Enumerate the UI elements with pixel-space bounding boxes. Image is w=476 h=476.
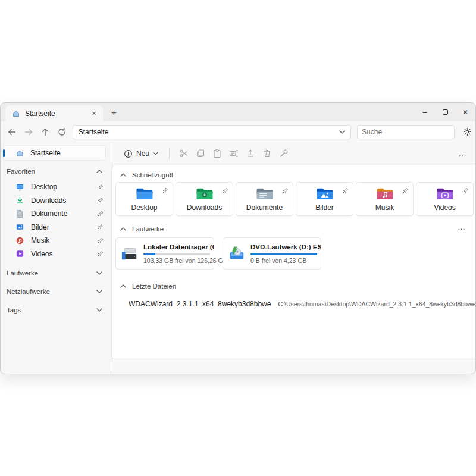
pin-icon[interactable] bbox=[97, 237, 104, 244]
main-area: Neu bbox=[111, 142, 475, 374]
back-button[interactable] bbox=[4, 124, 20, 140]
pin-icon[interactable] bbox=[162, 186, 168, 196]
chevron-down-icon[interactable] bbox=[339, 130, 345, 134]
chevron-down-icon[interactable] bbox=[96, 308, 102, 312]
tile-musik[interactable]: Musik bbox=[356, 182, 414, 216]
status-bar bbox=[111, 358, 475, 374]
download-icon bbox=[15, 196, 24, 205]
folder-videos-icon bbox=[436, 186, 454, 201]
copy-button[interactable] bbox=[192, 145, 209, 162]
tile-videos[interactable]: Videos bbox=[416, 182, 474, 216]
copy-icon bbox=[196, 149, 205, 158]
chevron-up-icon[interactable] bbox=[120, 227, 126, 231]
rename-button[interactable] bbox=[226, 145, 242, 162]
share-icon bbox=[246, 149, 255, 158]
sidebar-section-tags[interactable]: Tags bbox=[1, 303, 111, 317]
navigation-bar: Startseite bbox=[1, 121, 475, 142]
more-options-button[interactable]: … bbox=[458, 149, 467, 158]
new-tab-button[interactable]: + bbox=[108, 107, 120, 118]
item-label: Downloads bbox=[31, 196, 66, 205]
drive-name: Lokaler Datenträger (C:) bbox=[143, 243, 214, 250]
folder-documents-icon bbox=[255, 186, 274, 201]
close-button[interactable]: ✕ bbox=[455, 103, 475, 121]
dvd-drive-icon bbox=[228, 245, 246, 262]
item-label: Musik bbox=[31, 236, 49, 245]
sidebar-section-netzlaufwerke[interactable]: Netzlaufwerke bbox=[1, 285, 111, 298]
drive-usage-fill bbox=[143, 253, 155, 255]
address-bar[interactable]: Startseite bbox=[73, 125, 351, 139]
pin-icon[interactable] bbox=[97, 184, 104, 190]
chevron-down-icon[interactable] bbox=[96, 290, 102, 293]
pin-icon[interactable] bbox=[222, 186, 228, 196]
recent-file-row[interactable]: WDACWizard_2.3.1.1_x64_8wekyb3d8bbwe C:\… bbox=[112, 297, 475, 311]
chevron-down-icon[interactable] bbox=[96, 271, 102, 275]
chevron-up-icon[interactable] bbox=[120, 173, 126, 177]
search-input[interactable] bbox=[362, 128, 454, 136]
section-label: Laufwerke bbox=[132, 226, 164, 233]
sidebar-item-bilder[interactable]: Bilder bbox=[1, 221, 111, 234]
properties-button[interactable] bbox=[275, 145, 292, 162]
selection-accent-bar bbox=[3, 149, 5, 157]
settings-button[interactable] bbox=[459, 124, 475, 140]
pin-icon[interactable] bbox=[97, 224, 104, 230]
sidebar-item-home[interactable]: Startseite bbox=[3, 145, 106, 161]
document-icon bbox=[15, 209, 24, 218]
chevron-up-icon[interactable] bbox=[96, 170, 102, 173]
drives-more-button[interactable]: … bbox=[458, 223, 466, 231]
tile-dokumente[interactable]: Dokumente bbox=[236, 182, 293, 216]
tile-label: Desktop bbox=[116, 203, 173, 212]
music-icon bbox=[15, 236, 24, 245]
cut-button[interactable] bbox=[176, 145, 192, 162]
pin-icon[interactable] bbox=[462, 186, 469, 196]
up-button[interactable] bbox=[37, 124, 54, 140]
tile-label: Dokumente bbox=[236, 203, 293, 212]
search-box[interactable] bbox=[357, 125, 455, 139]
drive-d[interactable]: DVD-Laufwerk (D:) ESD-I... 0 B frei von … bbox=[223, 237, 321, 270]
trash-icon bbox=[262, 149, 272, 158]
drive-usage-bar bbox=[143, 253, 210, 255]
paste-icon bbox=[212, 149, 222, 158]
tile-desktop[interactable]: Desktop bbox=[115, 182, 173, 216]
pin-icon[interactable] bbox=[97, 250, 104, 257]
sidebar-item-musik[interactable]: Musik bbox=[1, 234, 111, 248]
sidebar-item-videos[interactable]: Videos bbox=[1, 248, 111, 261]
sidebar-item-downloads[interactable]: Downloads bbox=[1, 194, 111, 208]
pin-icon[interactable] bbox=[402, 186, 409, 196]
pin-icon[interactable] bbox=[282, 186, 289, 196]
section-schnellzugriff[interactable]: Schnellzugriff bbox=[120, 171, 173, 179]
chevron-up-icon[interactable] bbox=[120, 284, 126, 288]
section-letzte-dateien[interactable]: Letzte Dateien bbox=[120, 282, 176, 290]
tile-downloads[interactable]: Downloads bbox=[176, 182, 233, 216]
maximize-icon bbox=[443, 109, 448, 115]
new-button[interactable]: Neu bbox=[119, 145, 163, 162]
file-name: WDACWizard_2.3.1.1_x64_8wekyb3d8bbwe bbox=[129, 300, 271, 308]
window-controls: – ✕ bbox=[415, 103, 475, 121]
tab-close-icon[interactable]: × bbox=[89, 108, 99, 119]
tile-label: Downloads bbox=[176, 203, 233, 212]
tile-bilder[interactable]: Bilder bbox=[296, 182, 353, 216]
drive-c[interactable]: Lokaler Datenträger (C:) 103,33 GB frei … bbox=[115, 237, 214, 270]
sidebar-section-laufwerke[interactable]: Laufwerke bbox=[1, 267, 111, 280]
paste-button[interactable] bbox=[209, 145, 226, 162]
section-laufwerke[interactable]: Laufwerke bbox=[120, 225, 164, 233]
folder-downloads-icon bbox=[195, 186, 214, 201]
sidebar-item-dokumente[interactable]: Dokumente bbox=[1, 207, 111, 221]
forward-button[interactable] bbox=[20, 124, 37, 140]
sidebar-section-favoriten[interactable]: Favoriten bbox=[1, 165, 111, 178]
share-button[interactable] bbox=[242, 145, 259, 162]
maximize-button[interactable] bbox=[435, 103, 455, 121]
pin-icon[interactable] bbox=[97, 197, 104, 203]
item-label: Bilder bbox=[31, 223, 49, 231]
minimize-button[interactable]: – bbox=[415, 103, 435, 121]
folder-desktop-icon bbox=[135, 186, 154, 201]
tab-startseite[interactable]: Startseite × bbox=[5, 105, 103, 121]
new-button-label: Neu bbox=[136, 149, 149, 158]
delete-button[interactable] bbox=[259, 145, 275, 162]
pin-icon[interactable] bbox=[342, 186, 349, 196]
drive-free-space: 103,33 GB frei von 126,26 GB bbox=[143, 257, 214, 264]
sidebar-item-desktop[interactable]: Desktop bbox=[1, 180, 111, 194]
pin-icon[interactable] bbox=[97, 211, 104, 217]
back-arrow-icon bbox=[7, 127, 17, 137]
item-label: Desktop bbox=[31, 183, 57, 191]
refresh-button[interactable] bbox=[54, 124, 70, 140]
